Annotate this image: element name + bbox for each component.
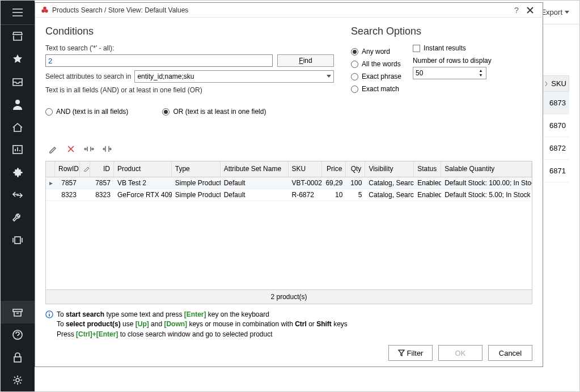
sidebar-puzzle-icon[interactable] — [1, 161, 35, 184]
and-radio[interactable]: AND (text is in all fields) — [45, 108, 128, 116]
spin-down[interactable]: ▼ — [478, 73, 484, 78]
edit-column-icon[interactable] — [80, 161, 90, 177]
grid-toolbar — [45, 142, 532, 156]
spin-up[interactable]: ▲ — [478, 69, 484, 73]
conditions-heading: Conditions — [45, 25, 334, 37]
grid-columns-icon[interactable] — [100, 142, 115, 156]
sidebar-transfer-icon[interactable] — [1, 184, 35, 206]
search-dialog: Products Search / Store View: Default Va… — [35, 2, 543, 367]
table-row[interactable]: 8323 8323 GeForce RTX 4090 Simple Produc… — [46, 189, 532, 201]
info-hints: To start search type some text and press… — [45, 310, 532, 339]
svg-rect-4 — [14, 357, 21, 362]
sidebar-wrench-icon[interactable] — [1, 206, 35, 229]
sidebar-chart-icon[interactable] — [1, 138, 35, 161]
help-icon[interactable]: ? — [510, 3, 523, 17]
sidebar-archive-icon[interactable] — [1, 301, 35, 323]
sidebar-lock-icon[interactable] — [1, 346, 35, 369]
svg-point-5 — [16, 378, 19, 382]
text-search-label: Text to search ('*' - all): — [45, 44, 334, 52]
instant-results-checkbox[interactable]: Instant results — [413, 44, 492, 52]
sidebar-star-icon[interactable] — [1, 48, 35, 70]
rows-display-label: Number of rows to display — [413, 57, 492, 65]
sidebar-inbox-icon[interactable] — [1, 70, 35, 93]
sidebar-user-icon[interactable] — [1, 93, 35, 116]
menu-icon[interactable] — [1, 1, 35, 24]
sidebar-slides-icon[interactable] — [1, 229, 35, 252]
find-button[interactable]: Find — [277, 54, 334, 67]
results-grid: RowID ID Product Type Attribute Set Name… — [45, 161, 532, 304]
sidebar-gear-icon[interactable] — [1, 369, 35, 391]
grid-footer: 2 product(s) — [46, 289, 532, 304]
sidebar-home-icon[interactable] — [1, 116, 35, 138]
svg-point-13 — [41, 9, 45, 12]
attributes-label: Select attributes to search in — [45, 73, 131, 80]
background-sku-column: SKU 6873 6870 6872 6871 — [541, 75, 569, 182]
grid-delete-icon[interactable] — [63, 142, 78, 156]
search-text-input[interactable] — [45, 54, 273, 67]
rows-display-input[interactable]: 50 ▲▼ — [413, 67, 486, 79]
exact-phrase-radio[interactable]: Exact phrase — [351, 73, 401, 80]
svg-point-15 — [43, 6, 46, 10]
exact-match-radio[interactable]: Exact match — [351, 85, 401, 93]
app-logo-icon — [41, 6, 49, 14]
ok-button[interactable]: OK — [438, 345, 482, 361]
svg-rect-2 — [15, 237, 20, 244]
sidebar-help-icon[interactable] — [1, 323, 35, 346]
table-row[interactable]: ▸ 7857 7857 VB Test 2 Simple Product Def… — [46, 177, 532, 189]
svg-point-14 — [45, 9, 48, 12]
grid-fit-icon[interactable] — [82, 142, 96, 156]
options-heading: Search Options — [351, 25, 532, 37]
close-icon[interactable] — [523, 3, 537, 17]
conditions-hint: Text is in all fields (AND) or at least … — [45, 86, 334, 94]
attributes-combo[interactable]: entity_id;name;sku — [134, 70, 334, 83]
sidebar-store-icon[interactable] — [1, 25, 35, 48]
cancel-button[interactable]: Cancel — [488, 345, 532, 361]
or-radio[interactable]: OR (text is at least in one field) — [162, 108, 266, 116]
svg-point-0 — [15, 100, 20, 104]
grid-header: RowID ID Product Type Attribute Set Name… — [46, 161, 532, 177]
grid-edit-icon[interactable] — [45, 142, 60, 156]
filter-button[interactable]: Filter — [388, 345, 433, 361]
left-sidebar — [1, 1, 35, 391]
info-icon — [45, 310, 53, 318]
all-words-radio[interactable]: All the words — [351, 60, 401, 68]
any-word-radio[interactable]: Any word — [351, 48, 401, 56]
dialog-title: Products Search / Store View: Default Va… — [52, 6, 188, 14]
